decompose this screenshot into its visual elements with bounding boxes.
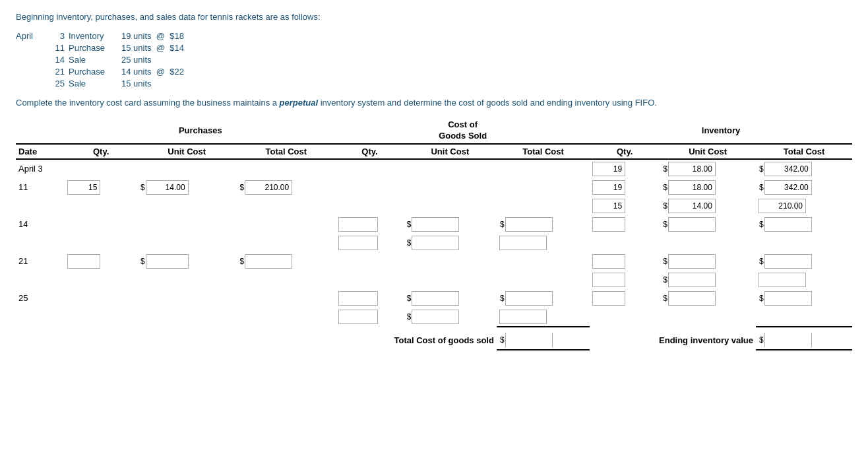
cogs-qty-april25-r1[interactable]	[336, 289, 404, 308]
inv-qty-april21-r1[interactable]	[590, 252, 660, 271]
inv-ending-label: Ending inventory value	[590, 327, 756, 351]
inv-total-input-april21-r2[interactable]	[759, 273, 806, 287]
inv-qty-april25-r1[interactable]	[590, 289, 660, 308]
purchases-qty-input-april11[interactable]	[67, 180, 100, 195]
inv-ending-value-cell[interactable]: $	[756, 327, 852, 351]
cogs-unit-input-april25-r1[interactable]	[412, 291, 459, 306]
inv-qty-input-april11-r1[interactable]	[592, 180, 625, 195]
section-header-row: Purchases Cost ofGoods Sold Inventory	[16, 119, 852, 144]
inv-unit-april21-r2[interactable]: $	[660, 271, 756, 289]
dollar-sign: $	[662, 294, 668, 303]
cogs-qty-april14-r2[interactable]	[336, 234, 404, 252]
cogs-total-input-april14-r1[interactable]	[505, 217, 553, 232]
inv-total-april14-r1[interactable]: $	[756, 215, 852, 234]
cogs-total-april25-r1[interactable]: $	[497, 289, 590, 308]
totals-purchases-qty	[65, 327, 137, 351]
totals-purchases-total	[237, 327, 336, 351]
inv-total-input-april11-r2[interactable]	[759, 199, 806, 213]
cogs-total-input-april25-r2[interactable]	[499, 310, 547, 324]
inv-unit-header: Unit Cost	[660, 144, 756, 159]
inv-total-input-april25-r1[interactable]	[764, 291, 812, 306]
inv-unit-april3[interactable]: $	[660, 159, 756, 178]
inv-qty-input-april3[interactable]	[592, 162, 625, 176]
purchases-qty-april11[interactable]	[65, 178, 137, 197]
inv-qty-input-april14-r1[interactable]	[592, 217, 625, 232]
inv-unit-input-april11-r2[interactable]	[668, 199, 716, 213]
cogs-total-input[interactable]	[505, 333, 553, 347]
inv-unit-april11-r2[interactable]: $	[660, 197, 756, 215]
cogs-unit-april25-r1[interactable]: $	[404, 289, 497, 308]
cogs-qty-input-april25-r1[interactable]	[338, 291, 378, 306]
inv-qty-april14-r1[interactable]	[590, 215, 660, 234]
cogs-qty-april21-r2	[336, 271, 404, 289]
cogs-total-april14-r1[interactable]: $	[497, 215, 590, 234]
inv-unit-april21-r1[interactable]: $	[660, 252, 756, 271]
cogs-unit-input-april14-r2[interactable]	[412, 236, 459, 250]
inv-unit-april11-r1[interactable]: $	[660, 178, 756, 197]
cogs-qty-input-april25-r2[interactable]	[338, 310, 378, 324]
inv-qty-april11-r2[interactable]	[590, 197, 660, 215]
inv-total-input-april21-r1[interactable]	[764, 254, 812, 269]
cogs-unit-april3	[404, 159, 497, 178]
inv-total-april11-r1[interactable]: $	[756, 178, 852, 197]
cogs-qty-april25-r2[interactable]	[336, 308, 404, 327]
inv-unit-input-april21-r2[interactable]	[668, 273, 716, 287]
dollar-sign: $	[759, 220, 764, 229]
cogs-unit-april21	[404, 252, 497, 271]
inv-qty-april21-r2[interactable]	[590, 271, 660, 289]
cogs-total-input-april14-r2[interactable]	[499, 236, 547, 250]
inv-ending-input[interactable]	[764, 333, 812, 347]
cogs-qty-april14-r1[interactable]	[336, 215, 404, 234]
inv-unit-april25-r1[interactable]: $	[660, 289, 756, 308]
purchases-total-april14	[237, 215, 336, 234]
purchases-qty-input-april21[interactable]	[67, 254, 100, 269]
purchases-unit-input-april21[interactable]	[146, 254, 189, 269]
inv-unit-input-april25-r1[interactable]	[668, 291, 716, 306]
inv-total-april21-r2[interactable]	[756, 271, 852, 289]
cogs-unit-april11	[404, 178, 497, 197]
purchases-total-input-april11[interactable]	[245, 180, 292, 195]
purchases-qty-april21-r2	[65, 271, 137, 289]
cogs-unit-input-april25-r2[interactable]	[412, 310, 459, 324]
purchases-total-april11[interactable]: $	[237, 178, 336, 197]
cogs-total-input-april25-r1[interactable]	[505, 291, 553, 306]
inventory-table: Purchases Cost ofGoods Sold Inventory Da…	[16, 119, 852, 351]
inv-unit-input-april11-r1[interactable]	[668, 180, 716, 195]
inv-total-april3[interactable]: $	[756, 159, 852, 178]
inv-unit-april14-r1[interactable]: $	[660, 215, 756, 234]
purchases-qty-april21[interactable]	[65, 252, 137, 271]
inv-qty-april11-r1[interactable]	[590, 178, 660, 197]
inv-qty-input-april21-r2[interactable]	[592, 273, 625, 287]
cogs-unit-april25-r2[interactable]: $	[404, 308, 497, 327]
inv-qty-input-april25-r1[interactable]	[592, 291, 625, 306]
cogs-total-value-cell[interactable]: $	[497, 327, 590, 351]
inv-unit-input-april21-r1[interactable]	[668, 254, 716, 269]
inv-unit-input-april14-r1[interactable]	[668, 217, 716, 232]
inv-total-input-april3[interactable]	[764, 162, 812, 176]
totals-purchases-unit	[137, 327, 237, 351]
cogs-qty-input-april14-r2[interactable]	[338, 236, 378, 250]
purchases-unit-april11[interactable]: $	[137, 178, 237, 197]
cogs-total-april25-r2[interactable]	[497, 308, 590, 327]
inv-total-april21-r1[interactable]: $	[756, 252, 852, 271]
inv-total-april11-r2[interactable]	[756, 197, 852, 215]
purchases-qty-april25	[65, 289, 137, 308]
inv-total-input-april14-r1[interactable]	[764, 217, 812, 232]
purchases-total-input-april21[interactable]	[245, 254, 292, 269]
cogs-qty-input-april14-r1[interactable]	[338, 217, 378, 232]
cogs-unit-input-april14-r1[interactable]	[412, 217, 459, 232]
inv-unit-input-april3[interactable]	[668, 162, 716, 176]
cogs-unit-april14-r2[interactable]: $	[404, 234, 497, 252]
purchases-qty-april14-r2	[65, 234, 137, 252]
inv-total-input-april11-r1[interactable]	[764, 180, 812, 195]
inv-qty-input-april11-r2[interactable]	[592, 199, 625, 213]
cogs-total-april14-r2[interactable]	[497, 234, 590, 252]
inv-qty-input-april21-r1[interactable]	[592, 254, 625, 269]
purchases-total-april21[interactable]: $	[237, 252, 336, 271]
inv-total-april25-r1[interactable]: $	[756, 289, 852, 308]
purchases-unit-input-april11[interactable]	[146, 180, 189, 195]
purchases-unit-april21[interactable]: $	[137, 252, 237, 271]
inv-qty-april3[interactable]	[590, 159, 660, 178]
purchases-qty-april14	[65, 215, 137, 234]
cogs-unit-april14-r1[interactable]: $	[404, 215, 497, 234]
